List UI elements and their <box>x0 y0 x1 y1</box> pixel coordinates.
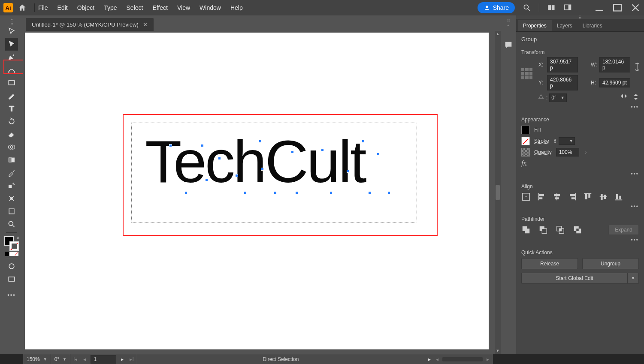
vertical-scrollbar[interactable]: ▲ ▼ <box>495 31 501 354</box>
eraser-tool[interactable] <box>5 128 18 141</box>
h-input[interactable]: 42.9609 pt <box>599 78 630 87</box>
swap-fill-stroke-icon[interactable]: ⤭ <box>16 235 20 240</box>
comments-panel-icon[interactable] <box>504 40 513 51</box>
menu-select[interactable]: Select <box>127 4 143 11</box>
scroll-left-icon[interactable]: ◂ <box>435 356 440 362</box>
zoom-level[interactable]: 150% <box>27 356 40 362</box>
rotation-dropdown-icon[interactable]: ▼ <box>63 357 67 361</box>
canvas[interactable]: TechCult <box>23 31 495 354</box>
window-maximize-button[interactable] <box>612 4 623 12</box>
more-options-icon[interactable]: ••• <box>521 104 639 110</box>
stroke-weight-stepper[interactable]: ▲▼ <box>553 138 557 144</box>
last-artboard-icon[interactable]: ▸I <box>128 356 135 362</box>
slice-tool[interactable] <box>5 192 18 205</box>
constrain-proportions-icon[interactable] <box>634 61 641 74</box>
window-minimize-button[interactable] <box>594 4 605 12</box>
gradient-tool[interactable] <box>5 153 18 166</box>
effects-button[interactable]: fx. <box>521 159 528 167</box>
w-input[interactable]: 182.0146 p <box>599 57 630 72</box>
selection-tool[interactable] <box>5 25 18 38</box>
color-mode-none[interactable] <box>14 252 18 256</box>
reference-point-grid[interactable] <box>521 68 532 79</box>
opacity-expand-icon[interactable]: › <box>584 150 588 155</box>
panel-expand-icon[interactable]: » <box>10 17 12 21</box>
search-icon[interactable] <box>523 3 531 12</box>
symbol-sprayer-tool[interactable] <box>5 179 18 192</box>
first-artboard-icon[interactable]: I◂ <box>72 356 79 362</box>
align-center-vertical-icon[interactable] <box>599 192 608 202</box>
flip-horizontal-icon[interactable] <box>620 93 628 102</box>
artboard-number-input[interactable]: 1 <box>91 355 116 364</box>
prev-artboard-icon[interactable]: ◂ <box>82 356 87 362</box>
stroke-label[interactable]: Stroke <box>534 138 549 144</box>
ungroup-button[interactable]: Ungroup <box>582 258 639 269</box>
menu-edit[interactable]: Edit <box>57 4 68 11</box>
menu-object[interactable]: Object <box>77 4 94 11</box>
flip-vertical-icon[interactable] <box>633 93 639 102</box>
align-left-icon[interactable] <box>537 192 546 202</box>
home-button[interactable] <box>18 3 27 12</box>
pathfinder-intersect-icon[interactable] <box>556 225 565 235</box>
y-input[interactable]: 420.8066 p <box>547 75 578 90</box>
edit-toolbar-button[interactable]: ••• <box>7 292 16 298</box>
opacity-input[interactable]: 100% <box>556 148 579 156</box>
draw-mode-normal[interactable] <box>5 260 18 273</box>
align-bottom-icon[interactable] <box>614 192 623 202</box>
global-edit-options-icon[interactable]: ▼ <box>628 273 639 284</box>
menu-file[interactable]: File <box>38 4 48 11</box>
align-to-dropdown[interactable] <box>521 192 531 202</box>
rectangle-tool[interactable] <box>5 76 18 89</box>
menu-type[interactable]: Type <box>104 4 117 11</box>
panel-grip-icon[interactable]: ⠿ <box>507 19 510 23</box>
align-top-icon[interactable] <box>583 192 593 202</box>
close-tab-icon[interactable]: ✕ <box>143 21 148 28</box>
scroll-up-icon[interactable]: ▲ <box>495 31 501 37</box>
tab-layers[interactable]: Layers <box>552 20 577 31</box>
start-global-edit-button[interactable]: Start Global Edit <box>521 273 628 284</box>
scroll-right-icon[interactable]: ▸ <box>427 356 432 362</box>
stroke-swatch[interactable] <box>9 241 19 251</box>
x-input[interactable]: 307.9517 p <box>547 57 578 72</box>
next-artboard-icon[interactable]: ▸ <box>120 356 125 362</box>
align-right-icon[interactable] <box>568 192 577 202</box>
fill-color-swatch[interactable] <box>521 126 530 134</box>
opacity-swatch[interactable] <box>521 148 530 156</box>
canvas-rotation[interactable]: 0° <box>54 356 59 362</box>
opacity-label[interactable]: Opacity <box>534 149 552 155</box>
zoom-dropdown-icon[interactable]: ▼ <box>43 357 47 361</box>
tab-libraries[interactable]: Libraries <box>577 20 608 31</box>
horizontal-scrollbar[interactable]: ▸ ◂ ▸ <box>424 356 493 362</box>
screen-mode-button[interactable] <box>5 273 18 286</box>
panel-grip-icon[interactable]: ⠿ <box>0 21 23 25</box>
menu-effect[interactable]: Effect <box>152 4 168 11</box>
menu-view[interactable]: View <box>177 4 190 11</box>
pathfinder-exclude-icon[interactable] <box>573 225 582 235</box>
more-options-icon[interactable]: ••• <box>521 171 639 177</box>
arrange-documents-icon[interactable] <box>547 3 556 12</box>
release-button[interactable]: Release <box>521 258 578 269</box>
menu-help[interactable]: Help <box>230 4 243 11</box>
pen-tool[interactable] <box>5 51 18 63</box>
artboard-tool[interactable] <box>5 205 18 218</box>
scroll-thumb[interactable] <box>496 185 500 200</box>
menu-window[interactable]: Window <box>200 4 221 11</box>
paintbrush-tool[interactable] <box>5 89 18 102</box>
eyedropper-tool[interactable] <box>5 166 18 179</box>
text-object[interactable]: TechCult <box>145 127 365 196</box>
workspace-switcher-icon[interactable] <box>563 3 572 12</box>
zoom-tool[interactable] <box>5 218 18 231</box>
type-tool[interactable] <box>5 102 18 115</box>
direct-selection-tool[interactable] <box>5 38 18 51</box>
more-options-icon[interactable]: ••• <box>521 237 639 243</box>
shape-builder-tool[interactable] <box>5 141 18 153</box>
color-mode-solid[interactable] <box>5 252 9 256</box>
fill-stroke-control[interactable]: ⤭ <box>4 236 19 251</box>
share-button[interactable]: Share <box>478 2 515 13</box>
rotation-angle-input[interactable]: 0°▼ <box>549 93 566 102</box>
color-mode-gradient[interactable] <box>9 252 14 256</box>
stroke-color-swatch[interactable] <box>521 137 530 145</box>
curvature-tool[interactable] <box>5 63 18 76</box>
align-center-horizontal-icon[interactable] <box>552 192 562 202</box>
document-tab[interactable]: Untitled-1* @ 150 % (CMYK/CPU Preview) ✕ <box>26 18 154 31</box>
pathfinder-minus-front-icon[interactable] <box>538 225 548 235</box>
